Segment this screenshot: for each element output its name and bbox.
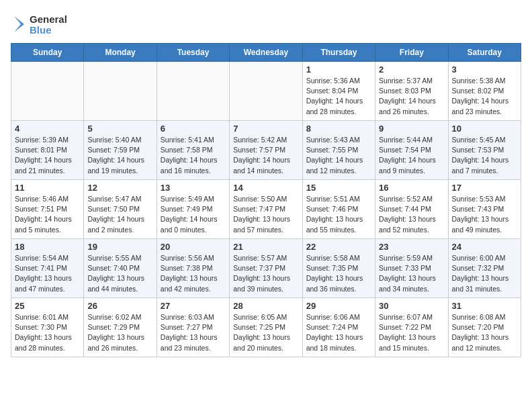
day-info: Sunrise: 5:41 AM Sunset: 7:58 PM Dayligh…	[161, 135, 226, 176]
day-info: Sunrise: 5:43 AM Sunset: 7:55 PM Dayligh…	[306, 135, 371, 176]
calendar-cell: 16Sunrise: 5:52 AM Sunset: 7:44 PM Dayli…	[375, 180, 448, 239]
day-info: Sunrise: 6:02 AM Sunset: 7:29 PM Dayligh…	[87, 312, 152, 353]
calendar-cell: 27Sunrise: 6:03 AM Sunset: 7:27 PM Dayli…	[157, 298, 229, 357]
day-info: Sunrise: 5:57 AM Sunset: 7:37 PM Dayligh…	[233, 253, 298, 294]
day-number: 5	[87, 124, 152, 134]
weekday-header-sunday: Sunday	[11, 44, 84, 62]
day-number: 7	[233, 124, 298, 134]
day-info: Sunrise: 5:44 AM Sunset: 7:54 PM Dayligh…	[379, 135, 444, 176]
day-number: 11	[15, 183, 80, 193]
week-row-5: 25Sunrise: 6:01 AM Sunset: 7:30 PM Dayli…	[11, 298, 521, 357]
day-number: 22	[306, 242, 371, 252]
week-row-2: 4Sunrise: 5:39 AM Sunset: 8:01 PM Daylig…	[11, 121, 521, 180]
calendar-cell: 8Sunrise: 5:43 AM Sunset: 7:55 PM Daylig…	[302, 121, 375, 180]
day-info: Sunrise: 5:42 AM Sunset: 7:57 PM Dayligh…	[233, 135, 298, 176]
calendar-cell: 30Sunrise: 6:07 AM Sunset: 7:22 PM Dayli…	[375, 298, 448, 357]
day-info: Sunrise: 5:45 AM Sunset: 7:53 PM Dayligh…	[452, 135, 517, 176]
svg-marker-2	[14, 16, 24, 32]
weekday-header-saturday: Saturday	[448, 44, 521, 62]
day-number: 9	[379, 124, 444, 134]
calendar-cell: 1Sunrise: 5:36 AM Sunset: 8:04 PM Daylig…	[302, 62, 375, 121]
week-row-1: 1Sunrise: 5:36 AM Sunset: 8:04 PM Daylig…	[11, 62, 521, 121]
calendar-cell: 13Sunrise: 5:49 AM Sunset: 7:49 PM Dayli…	[157, 180, 229, 239]
day-number: 29	[306, 301, 371, 311]
day-number: 30	[379, 301, 444, 311]
day-info: Sunrise: 5:46 AM Sunset: 7:51 PM Dayligh…	[15, 194, 80, 235]
day-info: Sunrise: 6:00 AM Sunset: 7:32 PM Dayligh…	[452, 253, 517, 294]
day-number: 23	[379, 242, 444, 252]
calendar-cell: 6Sunrise: 5:41 AM Sunset: 7:58 PM Daylig…	[157, 121, 229, 180]
calendar-cell: 2Sunrise: 5:37 AM Sunset: 8:03 PM Daylig…	[375, 62, 448, 121]
day-number: 26	[87, 301, 152, 311]
day-info: Sunrise: 5:37 AM Sunset: 8:03 PM Dayligh…	[379, 76, 444, 117]
calendar-table: SundayMondayTuesdayWednesdayThursdayFrid…	[11, 43, 521, 357]
day-number: 19	[87, 242, 152, 252]
day-number: 3	[452, 64, 517, 75]
day-info: Sunrise: 5:39 AM Sunset: 8:01 PM Dayligh…	[15, 135, 80, 176]
day-info: Sunrise: 5:56 AM Sunset: 7:38 PM Dayligh…	[161, 253, 226, 294]
day-number: 6	[161, 124, 226, 134]
day-number: 28	[233, 301, 298, 311]
calendar-cell: 11Sunrise: 5:46 AM Sunset: 7:51 PM Dayli…	[11, 180, 84, 239]
calendar-cell: 15Sunrise: 5:51 AM Sunset: 7:46 PM Dayli…	[302, 180, 375, 239]
day-number: 10	[452, 124, 517, 134]
calendar-cell: 4Sunrise: 5:39 AM Sunset: 8:01 PM Daylig…	[11, 121, 84, 180]
calendar-cell: 7Sunrise: 5:42 AM Sunset: 7:57 PM Daylig…	[230, 121, 302, 180]
calendar-cell: 24Sunrise: 6:00 AM Sunset: 7:32 PM Dayli…	[448, 239, 521, 298]
day-number: 18	[15, 242, 80, 252]
day-info: Sunrise: 5:54 AM Sunset: 7:41 PM Dayligh…	[15, 253, 80, 294]
calendar-cell: 18Sunrise: 5:54 AM Sunset: 7:41 PM Dayli…	[11, 239, 84, 298]
day-info: Sunrise: 5:59 AM Sunset: 7:33 PM Dayligh…	[379, 253, 444, 294]
calendar-cell: 3Sunrise: 5:38 AM Sunset: 8:02 PM Daylig…	[448, 62, 521, 121]
day-info: Sunrise: 5:38 AM Sunset: 8:02 PM Dayligh…	[452, 76, 517, 117]
day-number: 16	[379, 183, 444, 193]
weekday-header-wednesday: Wednesday	[230, 44, 302, 62]
calendar-cell: 22Sunrise: 5:58 AM Sunset: 7:35 PM Dayli…	[302, 239, 375, 298]
logo: GeneralBlue	[11, 11, 78, 38]
calendar-cell: 9Sunrise: 5:44 AM Sunset: 7:54 PM Daylig…	[375, 121, 448, 180]
header: GeneralBlue	[11, 11, 521, 38]
day-info: Sunrise: 5:47 AM Sunset: 7:50 PM Dayligh…	[87, 194, 152, 235]
day-number: 13	[161, 183, 226, 193]
day-info: Sunrise: 5:36 AM Sunset: 8:04 PM Dayligh…	[306, 76, 371, 117]
day-number: 21	[233, 242, 298, 252]
calendar-cell	[84, 62, 157, 121]
calendar-cell: 17Sunrise: 5:53 AM Sunset: 7:43 PM Dayli…	[448, 180, 521, 239]
day-number: 15	[306, 183, 371, 193]
day-number: 17	[452, 183, 517, 193]
week-row-3: 11Sunrise: 5:46 AM Sunset: 7:51 PM Dayli…	[11, 180, 521, 239]
day-info: Sunrise: 5:51 AM Sunset: 7:46 PM Dayligh…	[306, 194, 371, 235]
calendar-cell	[157, 62, 229, 121]
weekday-header-thursday: Thursday	[302, 44, 375, 62]
day-info: Sunrise: 6:07 AM Sunset: 7:22 PM Dayligh…	[379, 312, 444, 353]
calendar-cell: 29Sunrise: 6:06 AM Sunset: 7:24 PM Dayli…	[302, 298, 375, 357]
weekday-header-friday: Friday	[375, 44, 448, 62]
day-info: Sunrise: 5:50 AM Sunset: 7:47 PM Dayligh…	[233, 194, 298, 235]
day-info: Sunrise: 6:06 AM Sunset: 7:24 PM Dayligh…	[306, 312, 371, 353]
calendar-cell: 5Sunrise: 5:40 AM Sunset: 7:59 PM Daylig…	[84, 121, 157, 180]
weekday-header-tuesday: Tuesday	[157, 44, 229, 62]
logo-svg: GeneralBlue	[11, 11, 78, 38]
day-info: Sunrise: 6:05 AM Sunset: 7:25 PM Dayligh…	[233, 312, 298, 353]
day-number: 8	[306, 124, 371, 134]
calendar-cell: 31Sunrise: 6:08 AM Sunset: 7:20 PM Dayli…	[448, 298, 521, 357]
day-info: Sunrise: 6:01 AM Sunset: 7:30 PM Dayligh…	[15, 312, 80, 353]
day-number: 31	[452, 301, 517, 311]
calendar-cell: 26Sunrise: 6:02 AM Sunset: 7:29 PM Dayli…	[84, 298, 157, 357]
calendar-cell: 21Sunrise: 5:57 AM Sunset: 7:37 PM Dayli…	[230, 239, 302, 298]
day-number: 4	[15, 124, 80, 134]
calendar-cell: 14Sunrise: 5:50 AM Sunset: 7:47 PM Dayli…	[230, 180, 302, 239]
day-info: Sunrise: 5:40 AM Sunset: 7:59 PM Dayligh…	[87, 135, 152, 176]
calendar-cell: 23Sunrise: 5:59 AM Sunset: 7:33 PM Dayli…	[375, 239, 448, 298]
calendar-cell: 19Sunrise: 5:55 AM Sunset: 7:40 PM Dayli…	[84, 239, 157, 298]
day-number: 14	[233, 183, 298, 193]
day-number: 27	[161, 301, 226, 311]
day-info: Sunrise: 6:08 AM Sunset: 7:20 PM Dayligh…	[452, 312, 517, 353]
day-number: 20	[161, 242, 226, 252]
calendar-cell: 10Sunrise: 5:45 AM Sunset: 7:53 PM Dayli…	[448, 121, 521, 180]
day-number: 25	[15, 301, 80, 311]
calendar-cell	[230, 62, 302, 121]
calendar-cell: 12Sunrise: 5:47 AM Sunset: 7:50 PM Dayli…	[84, 180, 157, 239]
weekday-header-monday: Monday	[84, 44, 157, 62]
day-info: Sunrise: 5:53 AM Sunset: 7:43 PM Dayligh…	[452, 194, 517, 235]
